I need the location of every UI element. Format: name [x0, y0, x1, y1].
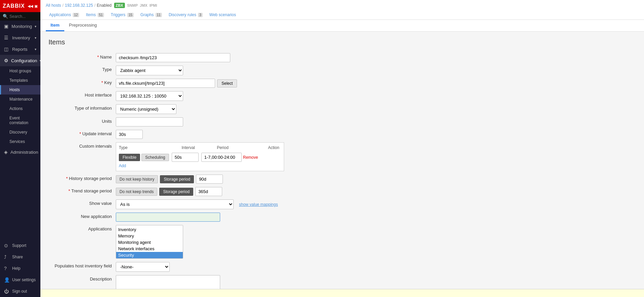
search-input[interactable] — [9, 14, 38, 19]
tab-web-scenarios[interactable]: Web scenarios — [206, 11, 239, 20]
show-value-mappings-link[interactable]: show value mappings — [239, 202, 278, 207]
label-custom-intervals: Custom intervals — [48, 141, 116, 173]
sidebar-subitem-label: Discovery — [9, 130, 27, 135]
type-of-info-select[interactable]: Numeric (unsigned) — [116, 104, 176, 114]
type-select[interactable]: Zabbix agent — [116, 66, 183, 75]
label-update-interval: * Update interval — [48, 128, 116, 141]
remove-interval-link[interactable]: Remove — [243, 155, 258, 160]
trend-value-input[interactable] — [195, 187, 222, 196]
sidebar-item-host-groups[interactable]: Host groups — [0, 66, 40, 76]
sidebar-item-hosts[interactable]: Hosts — [0, 85, 40, 95]
add-interval-link[interactable]: Add — [119, 163, 126, 168]
list-item[interactable]: Inventory — [116, 226, 183, 233]
form-row-units: Units — [48, 116, 636, 128]
sidebar-item-label: User settings — [12, 277, 36, 282]
snmp-badge: SNMP — [127, 3, 138, 7]
sidebar-item-templates[interactable]: Templates — [0, 76, 40, 85]
sidebar-item-event-correlation[interactable]: Event correlation — [0, 113, 40, 127]
main-content: All hosts / 192.168.32.125 / Enabled ZBX… — [40, 0, 644, 297]
history-value-input[interactable] — [196, 175, 223, 184]
period-value-input[interactable] — [201, 153, 242, 162]
label-host-interface: Host interface — [48, 89, 116, 103]
breadcrumb-all-hosts[interactable]: All hosts — [46, 3, 61, 8]
host-interface-select[interactable]: 192.168.32.125 : 10050 — [116, 91, 183, 101]
history-storage-period-btn[interactable]: Storage period — [160, 175, 194, 183]
tab-applications[interactable]: Applications 12 — [46, 11, 82, 20]
label-trend: * Trend storage period — [48, 185, 116, 198]
sidebar-item-monitoring[interactable]: ▣ Monitoring ▾ — [0, 21, 40, 32]
sidebar-subitem-label: Hosts — [9, 87, 20, 92]
list-item[interactable]: Security — [116, 252, 183, 258]
col-period: Period — [217, 145, 241, 150]
sidebar-item-label: Support — [12, 243, 26, 248]
list-item[interactable]: Monitoring agent — [116, 239, 183, 246]
applications-listbox[interactable]: CPU Disk sda Filesystems General Invento… — [116, 225, 183, 259]
share-icon: ⤴ — [4, 254, 9, 260]
form-row-description: Description — [48, 273, 636, 289]
discovery-count: 3 — [198, 13, 203, 17]
populates-inventory-select[interactable]: -None- — [116, 262, 170, 272]
admin-icon: ◈ — [4, 149, 8, 155]
sidebar-item-label: Monitoring — [11, 24, 32, 29]
sidebar-item-user-settings[interactable]: 👤 User settings — [0, 274, 40, 286]
sidebar-item-discovery[interactable]: Discovery — [0, 127, 40, 137]
sidebar-item-actions[interactable]: Actions — [0, 104, 40, 113]
monitoring-icon: ▣ — [4, 24, 9, 29]
tab-item[interactable]: Item — [46, 20, 64, 31]
list-item[interactable]: Memory — [116, 233, 183, 239]
custom-intervals-table: Type Interval Period Action Flexible Sch… — [116, 142, 284, 171]
sidebar-item-label: Inventory — [12, 35, 30, 40]
do-not-keep-trends-btn[interactable]: Do not keep trends — [116, 188, 157, 196]
menu-icon[interactable]: ▣ — [34, 4, 38, 8]
description-textarea[interactable] — [116, 275, 220, 289]
tab-triggers[interactable]: Triggers 15 — [107, 11, 137, 20]
sidebar-item-support[interactable]: ⊙ Support — [0, 240, 40, 251]
trend-storage-period-btn[interactable]: Storage period — [159, 188, 193, 196]
tab-discovery-rules[interactable]: Discovery rules 3 — [165, 11, 206, 20]
show-value-row: As is show value mappings — [116, 199, 636, 209]
help-icon: ? — [4, 266, 9, 271]
interval-value-input[interactable] — [172, 153, 199, 162]
sidebar-item-services[interactable]: Services — [0, 137, 40, 146]
breadcrumb-host-ip[interactable]: 192.168.32.125 — [65, 3, 93, 8]
status-bar — [40, 289, 644, 297]
label-type: Type — [48, 64, 116, 77]
list-item[interactable]: Network interfaces — [116, 246, 183, 252]
label-units: Units — [48, 116, 116, 128]
tab-preprocessing[interactable]: Preprocessing — [64, 20, 102, 31]
sidebar-item-sign-out[interactable]: ⏻ Sign out — [0, 286, 40, 297]
breadcrumb-enabled: Enabled — [97, 3, 111, 8]
sidebar-item-maintenance[interactable]: Maintenance — [0, 95, 40, 104]
sidebar-subitem-label: Host groups — [9, 69, 31, 73]
sidebar-subitem-label: Templates — [9, 78, 28, 83]
do-not-keep-history-btn[interactable]: Do not keep history — [116, 175, 158, 183]
key-input[interactable] — [116, 79, 215, 88]
show-value-select[interactable]: As is — [116, 199, 234, 209]
col-type: Type — [119, 145, 141, 150]
units-input[interactable] — [116, 117, 183, 126]
sidebar-item-configuration[interactable]: ⚙ Configuration ▾ — [0, 55, 40, 66]
scheduling-btn[interactable]: Scheduling — [141, 154, 169, 161]
form-row-key: * Key Select — [48, 77, 636, 89]
select-key-button[interactable]: Select — [217, 79, 237, 87]
tab-items[interactable]: Items 51 — [82, 11, 107, 20]
sidebar-item-reports[interactable]: ◫ Reports ▾ — [0, 43, 40, 55]
add-interval-row: Add — [119, 163, 281, 168]
chevron-down-icon: ▾ — [35, 47, 36, 51]
flexible-btn[interactable]: Flexible — [119, 154, 140, 161]
form-row-update-interval: * Update interval — [48, 128, 636, 141]
sidebar-item-share[interactable]: ⤴ Share — [0, 251, 40, 263]
name-input[interactable] — [116, 53, 230, 62]
col-interval: Interval — [182, 145, 212, 150]
sidebar-item-help[interactable]: ? Help — [0, 263, 40, 274]
sidebar-item-administration[interactable]: ◈ Administration ▾ — [0, 146, 40, 158]
tab-graphs[interactable]: Graphs 11 — [137, 11, 165, 20]
collapse-icon[interactable]: ◀◀ — [28, 4, 33, 8]
new-application-input[interactable] — [116, 213, 220, 222]
ipmi-badge: IPMI — [149, 3, 157, 7]
logo: ZABBIX — [3, 3, 25, 9]
jmx-badge: JMX — [140, 3, 147, 7]
update-interval-input[interactable] — [116, 130, 143, 139]
form-row-host-interface: Host interface 192.168.32.125 : 10050 — [48, 89, 636, 103]
sidebar-item-inventory[interactable]: ☰ Inventory ▾ — [0, 32, 40, 43]
